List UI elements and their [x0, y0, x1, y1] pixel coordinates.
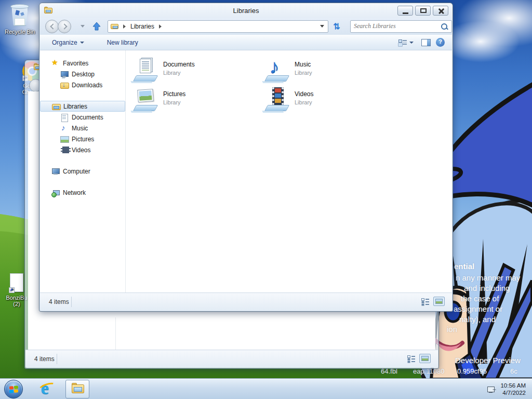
- pictures-library-icon: [134, 87, 158, 112]
- sidebar-item-pictures[interactable]: Pictures: [40, 134, 125, 144]
- sidebar-item-favorites[interactable]: Favorites: [40, 58, 125, 69]
- library-type: Library: [295, 70, 312, 76]
- back-window-statusbar: 4 items: [25, 350, 438, 368]
- explorer-main-area: Favorites Desktop Downloads Libraries Do…: [40, 50, 452, 292]
- sidebar-item-videos[interactable]: Videos: [40, 144, 125, 155]
- sidebar-item-downloads[interactable]: Downloads: [40, 79, 125, 90]
- library-name: Pictures: [163, 90, 185, 98]
- sidebar-label: Desktop: [72, 71, 95, 78]
- search-icon[interactable]: [440, 22, 448, 31]
- preview-pane-button[interactable]: [421, 39, 431, 46]
- sidebar-item-network[interactable]: Network: [40, 187, 125, 198]
- pane-divider: [115, 317, 116, 350]
- sidebar-label: Music: [72, 125, 88, 132]
- titlebar[interactable]: Libraries: [39, 3, 453, 18]
- sidebar-label: Network: [63, 189, 86, 196]
- minimize-button[interactable]: [397, 6, 413, 16]
- windows-flag-icon: [9, 385, 18, 394]
- watermark-line: assignment or: [454, 304, 502, 313]
- sidebar-label: Libraries: [63, 103, 87, 110]
- organize-label: Organize: [52, 39, 77, 46]
- item-count: 4 items: [49, 298, 69, 305]
- window-title: Libraries: [39, 7, 453, 15]
- organize-button[interactable]: Organize: [47, 37, 89, 48]
- sidebar-label: Downloads: [72, 82, 102, 89]
- picture-icon: [60, 135, 69, 143]
- clock-date: 4/7/2022: [500, 389, 526, 396]
- chevron-down-icon: [80, 42, 84, 44]
- libraries-explorer-window: Libraries Libraries: [39, 3, 453, 312]
- watermark-line: and including: [464, 284, 510, 292]
- thumbnail-view-icon[interactable]: [433, 297, 445, 306]
- library-item-videos[interactable]: Videos Library: [264, 86, 395, 116]
- documents-library-icon: [134, 58, 158, 83]
- library-item-pictures[interactable]: Pictures Library: [132, 86, 264, 116]
- watermark-build-fragment: 0.959cf95: [457, 367, 487, 375]
- libraries-folder-icon: [44, 7, 54, 14]
- library-name: Music: [295, 61, 312, 68]
- details-view-icon[interactable]: [421, 298, 429, 305]
- library-list: Documents Library ♪ Music Library Pictur…: [132, 57, 447, 116]
- back-button[interactable]: [45, 20, 59, 33]
- clock-time: 10:56 AM: [500, 382, 526, 389]
- breadcrumb-libraries[interactable]: Libraries: [130, 23, 154, 30]
- taskbar-file-explorer-button[interactable]: [65, 380, 89, 398]
- details-view-icon[interactable]: [407, 355, 415, 362]
- refresh-button[interactable]: [330, 20, 344, 33]
- sidebar-item-desktop[interactable]: Desktop: [40, 69, 125, 79]
- sidebar-label: Pictures: [72, 136, 94, 143]
- watermark-confidential: ential: [454, 262, 474, 271]
- up-arrow-icon: [92, 22, 101, 31]
- new-library-button[interactable]: New library: [102, 37, 143, 48]
- breadcrumb-folder-icon: [111, 24, 118, 29]
- videos-library-icon: [265, 87, 290, 112]
- network-icon: [51, 189, 60, 197]
- blank-file-icon: [9, 273, 24, 293]
- desktop-icon-recycle-bin[interactable]: Recycle Bin: [1, 3, 38, 35]
- close-button[interactable]: [433, 6, 448, 16]
- watermark-line: ion: [447, 325, 457, 334]
- statusbar: 4 items: [40, 292, 452, 311]
- help-icon[interactable]: [436, 38, 445, 47]
- library-type: Library: [295, 99, 313, 105]
- up-button[interactable]: [90, 20, 103, 33]
- statusbar-separator: [57, 354, 57, 364]
- forward-button[interactable]: [58, 20, 71, 33]
- taskbar: e 10:56 AM 4/7/2022: [0, 378, 532, 399]
- sidebar-item-computer[interactable]: Computer: [40, 166, 125, 177]
- search-input[interactable]: [351, 22, 440, 30]
- sidebar-label: Computer: [63, 168, 90, 175]
- libraries-folder-icon: [52, 102, 60, 111]
- library-name: Documents: [163, 61, 195, 68]
- network-tray-icon[interactable]: [487, 385, 496, 394]
- chevron-down-icon: [409, 42, 414, 44]
- navigation-bar: Libraries: [40, 18, 452, 35]
- desktop-icon: [60, 70, 69, 78]
- views-icon: [398, 39, 407, 46]
- thumbnail-view-icon[interactable]: [419, 354, 431, 363]
- change-view-button[interactable]: [396, 37, 416, 48]
- document-icon: [60, 113, 69, 122]
- taskbar-clock[interactable]: 10:56 AM 4/7/2022: [500, 382, 529, 396]
- watermark-build-fragment: 6c: [510, 367, 517, 375]
- breadcrumb-arrow-icon[interactable]: [123, 24, 126, 29]
- sidebar-item-music[interactable]: Music: [40, 123, 125, 134]
- address-bar[interactable]: Libraries: [108, 20, 328, 33]
- watermark-edition: Developer Preview: [455, 356, 521, 365]
- search-box[interactable]: [350, 20, 452, 33]
- taskbar-internet-explorer-button[interactable]: e: [37, 380, 58, 398]
- maximize-button[interactable]: [415, 6, 431, 16]
- new-library-label: New library: [107, 39, 138, 46]
- watermark-line: nalty), and: [459, 315, 496, 324]
- library-item-documents[interactable]: Documents Library: [132, 57, 264, 86]
- breadcrumb-arrow-icon[interactable]: [159, 24, 162, 29]
- sidebar-item-documents[interactable]: Documents: [40, 112, 125, 123]
- library-type: Library: [163, 99, 185, 105]
- start-button[interactable]: [4, 380, 23, 398]
- address-dropdown-icon[interactable]: [320, 25, 324, 28]
- sidebar-item-libraries[interactable]: Libraries: [40, 101, 125, 112]
- library-item-music[interactable]: ♪ Music Library: [264, 57, 395, 86]
- music-note-icon: [60, 124, 69, 132]
- recent-pages-dropdown-icon[interactable]: [81, 25, 85, 28]
- watermark-line: n any manner may: [456, 273, 520, 282]
